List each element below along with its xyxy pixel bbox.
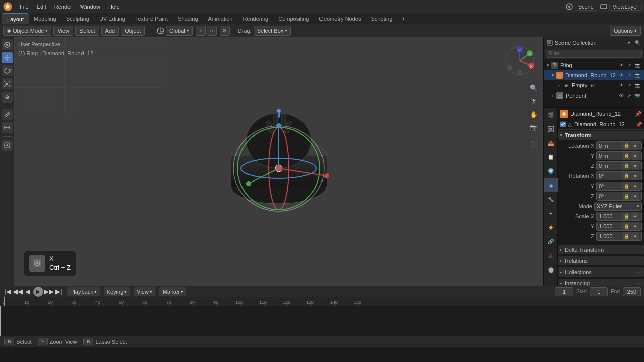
jump-start-btn[interactable]: |◀	[3, 287, 12, 296]
tab-animation[interactable]: Animation	[203, 13, 238, 24]
pivot-dropdown[interactable]: ⊙	[220, 26, 230, 36]
prop-pin-btn[interactable]: 📌	[635, 111, 642, 117]
scale-x-lock[interactable]: 🔒	[622, 212, 630, 220]
prop-physics-icon[interactable]: ⚡	[544, 220, 558, 234]
rotation-z-input[interactable]: 0° 🔒 ●	[596, 192, 642, 201]
collections-section[interactable]: ▸ Collections ···	[558, 267, 644, 277]
tab-texture-paint[interactable]: Texture Paint	[130, 13, 173, 24]
ring-select-btn[interactable]: ↗	[626, 62, 633, 69]
location-y-anim[interactable]: ●	[631, 152, 639, 160]
scale-z-input[interactable]: 1.000 🔒 ●	[596, 232, 642, 241]
outliner-item-pendent[interactable]: ▸ △ Pendent 👁 ↗ 📷	[544, 90, 644, 101]
outliner-item-empty[interactable]: ▸ ⊕ Empty ♦₁ 👁 ↗ 📷	[544, 80, 644, 90]
tab-compositing[interactable]: Compositing	[273, 13, 314, 24]
view-menu-tl[interactable]: View ▾	[134, 287, 155, 296]
scale-x-anim[interactable]: ●	[631, 212, 639, 220]
scale-y-anim[interactable]: ●	[631, 222, 639, 230]
add-primitive-tool[interactable]	[2, 140, 13, 151]
instancing-section[interactable]: ▸ Instancing ···	[558, 279, 644, 286]
diamond-visibility-btn[interactable]: 👁	[618, 72, 625, 79]
diamond-render-btn[interactable]: 📷	[634, 72, 641, 79]
end-frame-input[interactable]: 250	[623, 287, 641, 296]
prop-particles-icon[interactable]: ✦	[544, 206, 558, 220]
scale-x-input[interactable]: 1.000 🔒 ●	[596, 212, 642, 221]
step-back-btn[interactable]: ◀◀	[13, 287, 22, 296]
scale-z-anim[interactable]: ●	[631, 232, 639, 240]
prop-scene-icon[interactable]: 🎬	[544, 108, 558, 122]
move-tool[interactable]	[2, 52, 13, 63]
diamond-select-btn[interactable]: ↗	[626, 72, 633, 79]
timeline-content[interactable]	[0, 306, 644, 336]
outliner-item-diamond[interactable]: ▾ △ Diamond_Round_12 👁 ↗ 📷	[544, 70, 644, 80]
scale-y-input[interactable]: 1.000 🔒 ●	[596, 222, 642, 231]
cursor-tool[interactable]	[2, 39, 13, 50]
delta-transform-section[interactable]: ▸ Delta Transform ···	[558, 245, 644, 254]
add-menu[interactable]: Add	[101, 26, 119, 36]
select-menu[interactable]: Select	[75, 26, 99, 36]
rotation-x-anim[interactable]: ●	[631, 172, 639, 180]
keying-menu[interactable]: Keying ▾	[104, 287, 130, 296]
outliner-search-btn[interactable]: 🔍	[634, 39, 641, 46]
zoom-out-button[interactable]: 🔭	[528, 96, 539, 107]
menu-file[interactable]: File	[16, 3, 32, 11]
location-x-anim[interactable]: ●	[631, 142, 639, 150]
proportional-edit[interactable]: ○	[207, 26, 217, 36]
start-frame-input[interactable]: 1	[590, 287, 608, 296]
location-x-lock[interactable]: 🔒	[622, 142, 630, 150]
location-x-input[interactable]: 0 m 🔒 ●	[596, 141, 642, 150]
rotation-z-anim[interactable]: ●	[631, 192, 639, 200]
play-btn[interactable]: ▶	[33, 287, 43, 297]
prop-view-layer-icon[interactable]: 📋	[544, 150, 558, 164]
toggle-render-button[interactable]: ⬛	[528, 139, 539, 150]
menu-render[interactable]: Render	[51, 3, 76, 11]
rotation-z-lock[interactable]: 🔒	[622, 192, 630, 200]
prop-render-icon[interactable]: 🖼	[544, 122, 558, 136]
location-y-lock[interactable]: 🔒	[622, 152, 630, 160]
prop-world-icon[interactable]: 🌍	[544, 164, 558, 178]
transform-section-header[interactable]: ▾ Transform	[558, 131, 644, 140]
transform-tool[interactable]	[2, 92, 13, 103]
location-z-anim[interactable]: ●	[631, 162, 639, 170]
empty-visibility-btn[interactable]: 👁	[618, 82, 625, 89]
location-y-input[interactable]: 0 m 🔒 ●	[596, 151, 642, 160]
options-button[interactable]: Options ▾	[610, 26, 641, 36]
menu-help[interactable]: Help	[105, 3, 123, 11]
prop-obj-name[interactable]: Diamond_Round_12	[570, 111, 633, 117]
pendent-select-btn[interactable]: ↗	[626, 92, 633, 99]
empty-select-btn[interactable]: ↗	[626, 82, 633, 89]
prop-output-icon[interactable]: 📤	[544, 136, 558, 150]
prop-material-icon[interactable]: ⬤	[544, 262, 558, 277]
prop-data-name[interactable]: Diamond_Round_12	[574, 121, 634, 127]
pendent-render-btn[interactable]: 📷	[634, 92, 641, 99]
pan-view-button[interactable]: ✋	[528, 109, 539, 120]
toggle-camera-button[interactable]: 📷	[528, 122, 539, 133]
prop-constraints-icon[interactable]: 🔗	[544, 234, 558, 248]
measure-tool[interactable]	[2, 122, 13, 133]
tab-uv-editing[interactable]: UV Editing	[94, 13, 130, 24]
marker-menu[interactable]: Marker ▾	[159, 287, 186, 296]
rotation-x-lock[interactable]: 🔒	[622, 172, 630, 180]
step-fwd-btn[interactable]: ▶▶	[44, 287, 53, 296]
menu-window[interactable]: Window	[77, 3, 104, 11]
tab-geometry-nodes[interactable]: Geometry Nodes	[314, 13, 366, 24]
snap-toggle[interactable]	[196, 26, 206, 36]
zoom-in-button[interactable]: 🔍	[528, 82, 539, 94]
tab-modeling[interactable]: Modeling	[29, 13, 61, 24]
rotation-y-lock[interactable]: 🔒	[622, 182, 630, 190]
location-z-input[interactable]: 0 m 🔒 ●	[596, 161, 642, 170]
outliner-item-ring[interactable]: ▾ 🎬 Ring 👁 ↗ 📷	[544, 60, 644, 70]
prop-data-icon[interactable]: △	[544, 248, 558, 262]
ring-visibility-btn[interactable]: 👁	[618, 62, 625, 69]
add-workspace-tab[interactable]: +	[397, 15, 409, 23]
object-menu[interactable]: Object	[121, 26, 145, 36]
scale-tool[interactable]	[2, 78, 13, 89]
prop-object-icon[interactable]: ◉	[544, 178, 558, 192]
menu-edit[interactable]: Edit	[33, 3, 50, 11]
drag-dropdown[interactable]: Select Box ▾	[254, 26, 291, 36]
navigation-gizmo[interactable]: Z Y X	[502, 43, 537, 78]
empty-render-btn[interactable]: 📷	[634, 82, 641, 89]
scale-y-lock[interactable]: 🔒	[622, 222, 630, 230]
outliner-filter-btn[interactable]: ▾	[625, 39, 632, 46]
rotation-y-input[interactable]: 0° 🔒 ●	[596, 182, 642, 191]
rotation-y-anim[interactable]: ●	[631, 182, 639, 190]
